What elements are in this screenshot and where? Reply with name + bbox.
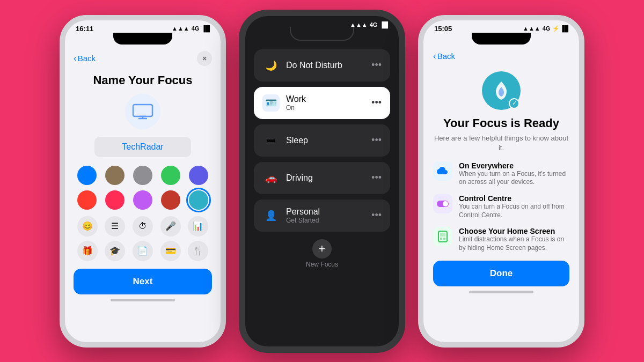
network-label-middle: 4G bbox=[370, 21, 378, 28]
focus-item-sleep[interactable]: 🛏 Sleep ••• bbox=[254, 124, 390, 157]
info-item-homescreen: Choose Your Home Screen Limit distractio… bbox=[433, 227, 569, 252]
status-icons-middle: ▲▲▲ 4G ▐█ bbox=[350, 21, 388, 28]
battery-icon: ▐█ bbox=[201, 25, 210, 32]
color-purple[interactable] bbox=[133, 190, 152, 210]
icon-grad[interactable]: 🎓 bbox=[105, 241, 125, 261]
focus-item-sleep-dots[interactable]: ••• bbox=[371, 135, 382, 146]
icon-list[interactable]: ☰ bbox=[105, 216, 125, 237]
icon-emoji[interactable]: 😊 bbox=[77, 216, 98, 237]
focus-item-sleep-text: Sleep bbox=[286, 136, 365, 145]
focus-item-personal-name: Personal bbox=[286, 207, 365, 217]
battery-icon-middle: ▐█ bbox=[379, 21, 388, 28]
screen-middle: 🌙 Do Not Disturb ••• 🪪 Work On ••• 🛏 bbox=[245, 49, 399, 353]
flame-icon bbox=[492, 79, 511, 102]
info-title-homescreen: Choose Your Home Screen bbox=[459, 227, 569, 235]
home-indicator-right bbox=[469, 291, 533, 293]
icon-gift[interactable]: 🎁 bbox=[77, 241, 98, 261]
focus-item-dnd-dots[interactable]: ••• bbox=[371, 60, 382, 71]
focus-list: 🌙 Do Not Disturb ••• 🪪 Work On ••• 🛏 bbox=[254, 49, 390, 232]
time-left: 16:11 bbox=[76, 25, 93, 33]
focus-item-dnd-icon: 🌙 bbox=[262, 57, 280, 74]
color-green[interactable] bbox=[161, 166, 180, 185]
focus-icon-area bbox=[74, 94, 212, 129]
icon-card[interactable]: 💳 bbox=[160, 241, 181, 261]
phone-icon bbox=[438, 231, 448, 242]
focus-item-dnd-text: Do Not Disturb bbox=[286, 61, 365, 70]
focus-item-personal-text: Personal Get Started bbox=[286, 207, 365, 224]
icon-clock[interactable]: ⏱ bbox=[133, 216, 153, 237]
nav-bar-left: ‹ Back × bbox=[74, 47, 212, 70]
close-icon: × bbox=[202, 54, 207, 63]
nav-bar-right: ‹ Back bbox=[433, 47, 569, 66]
checkmark-icon: ✓ bbox=[509, 98, 519, 109]
info-text-homescreen: Choose Your Home Screen Limit distractio… bbox=[459, 227, 569, 252]
color-grid bbox=[74, 166, 212, 210]
focus-item-personal-dots[interactable]: ••• bbox=[371, 210, 382, 221]
info-icon-homescreen bbox=[433, 227, 452, 246]
color-red-orange[interactable] bbox=[77, 190, 97, 210]
icon-doc[interactable]: 📄 bbox=[133, 241, 153, 261]
phone-left: 16:11 ▲▲▲ 4G ▐█ ‹ Back × Name Your Focus bbox=[60, 15, 226, 348]
color-dark-red[interactable] bbox=[161, 190, 180, 210]
done-button[interactable]: Done bbox=[433, 261, 569, 286]
focus-item-sleep-name: Sleep bbox=[286, 136, 365, 145]
toggle-icon bbox=[437, 200, 449, 208]
color-pink[interactable] bbox=[105, 190, 125, 210]
signal-icon-right: ▲▲▲ bbox=[523, 25, 540, 32]
color-brown[interactable] bbox=[105, 166, 125, 185]
info-text-control: Control Centre You can turn a Focus on a… bbox=[459, 194, 569, 219]
focus-item-driving-text: Driving bbox=[286, 173, 365, 183]
focus-item-work-icon: 🪪 bbox=[262, 94, 280, 112]
info-title-everywhere: On Everywhere bbox=[459, 161, 569, 170]
color-indigo[interactable] bbox=[189, 166, 208, 185]
focus-item-sleep-icon: 🛏 bbox=[262, 132, 280, 149]
focus-item-work[interactable]: 🪪 Work On ••• bbox=[254, 87, 390, 119]
focus-item-personal-sub: Get Started bbox=[286, 217, 365, 224]
network-label-right: 4G bbox=[543, 25, 551, 32]
back-button-left[interactable]: ‹ Back bbox=[74, 53, 96, 64]
svg-rect-9 bbox=[443, 238, 445, 240]
screen-left: ‹ Back × Name Your Focus TechRadar bbox=[65, 47, 221, 342]
next-button[interactable]: Next bbox=[74, 269, 212, 294]
focus-item-personal-icon: 👤 bbox=[262, 207, 280, 224]
focus-name-input[interactable]: TechRadar bbox=[94, 137, 191, 157]
color-teal[interactable] bbox=[189, 190, 208, 210]
battery-icon-right: ⚡▐█ bbox=[552, 25, 568, 32]
time-right: 15:05 bbox=[434, 25, 452, 33]
svg-rect-7 bbox=[440, 233, 445, 237]
status-icons-right: ▲▲▲ 4G ⚡▐█ bbox=[523, 25, 568, 32]
icon-mic[interactable]: 🎤 bbox=[160, 216, 181, 237]
ready-icon-area: ✓ bbox=[433, 71, 569, 110]
focus-item-driving[interactable]: 🚗 Driving ••• bbox=[254, 162, 390, 194]
info-title-control: Control Centre bbox=[459, 194, 569, 203]
svg-rect-8 bbox=[440, 238, 442, 240]
svg-rect-0 bbox=[133, 105, 152, 116]
svg-point-5 bbox=[443, 201, 448, 206]
info-item-everywhere: On Everywhere When you turn on a Focus, … bbox=[433, 161, 569, 187]
focus-item-work-name: Work bbox=[286, 94, 365, 104]
color-blue[interactable] bbox=[77, 166, 97, 185]
back-label-left: Back bbox=[78, 54, 96, 63]
phone-middle: ▲▲▲ 4G ▐█ 🌙 Do Not Disturb ••• 🪪 Work On bbox=[239, 10, 405, 353]
add-focus-label: New Focus bbox=[306, 261, 338, 268]
add-focus-button[interactable]: + bbox=[312, 239, 332, 258]
info-icon-everywhere bbox=[433, 161, 452, 181]
focus-item-driving-dots[interactable]: ••• bbox=[371, 172, 382, 183]
focus-name-area: TechRadar bbox=[74, 137, 212, 157]
color-gray[interactable] bbox=[133, 166, 152, 185]
focus-item-dnd[interactable]: 🌙 Do Not Disturb ••• bbox=[254, 49, 390, 82]
network-label: 4G bbox=[192, 25, 200, 32]
focus-item-work-sub: On bbox=[286, 104, 365, 112]
icon-fork[interactable]: 🍴 bbox=[188, 241, 208, 261]
focus-item-work-dots[interactable]: ••• bbox=[371, 97, 382, 108]
back-button-right[interactable]: ‹ Back bbox=[433, 51, 455, 62]
info-desc-control: You can turn a Focus on and off from Con… bbox=[459, 203, 569, 219]
info-item-control: Control Centre You can turn a Focus on a… bbox=[433, 194, 569, 219]
icon-chart[interactable]: 📊 bbox=[188, 216, 208, 237]
back-chevron-icon: ‹ bbox=[74, 53, 77, 64]
close-button-left[interactable]: × bbox=[197, 51, 212, 66]
icon-grid: 😊 ☰ ⏱ 🎤 📊 🎁 🎓 📄 💳 🍴 bbox=[74, 216, 212, 261]
focus-item-driving-name: Driving bbox=[286, 173, 365, 183]
page-title-left: Name Your Focus bbox=[74, 73, 212, 87]
focus-item-personal[interactable]: 👤 Personal Get Started ••• bbox=[254, 200, 390, 232]
